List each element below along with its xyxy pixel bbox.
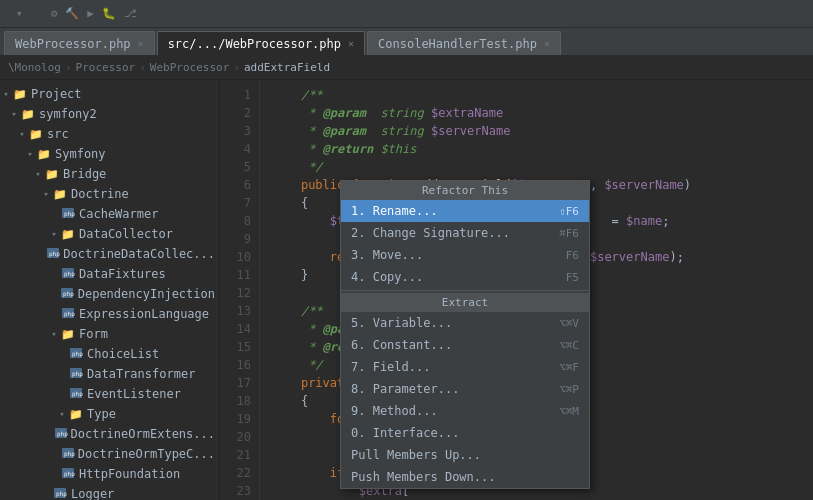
- tree-arrow-icon[interactable]: ▾: [16, 129, 28, 139]
- file-icon: php: [60, 266, 76, 283]
- tree-item-label: DoctrineOrmExtens...: [71, 427, 216, 441]
- tree-item[interactable]: ▾📁Bridge: [0, 164, 219, 184]
- breadcrumb-item[interactable]: Processor: [76, 61, 136, 74]
- tree-item-label: DataCollector: [79, 227, 173, 241]
- title-bar: ▾ ⚙ 🔨 ▶ 🐛 ⎇: [0, 0, 813, 28]
- breadcrumb-item[interactable]: \Monolog: [8, 61, 61, 74]
- tab-close-icon[interactable]: ✕: [544, 38, 550, 49]
- tab-label: WebProcessor.php: [15, 37, 131, 51]
- tree-item[interactable]: phpCacheWarmer: [0, 204, 219, 224]
- file-icon: php: [60, 206, 76, 223]
- folder-icon: 📁: [12, 88, 28, 101]
- menu-item-label: 7. Field...: [351, 360, 430, 374]
- breadcrumb-separator: ›: [139, 61, 146, 74]
- menu-divider: [341, 290, 589, 291]
- tab-label: src/.../WebProcessor.php: [168, 37, 341, 51]
- menu-item-constant[interactable]: 6. Constant...⌥⌘C: [341, 334, 589, 356]
- breadcrumb: \Monolog›Processor›WebProcessor›addExtra…: [0, 56, 813, 80]
- folder-icon: 📁: [28, 128, 44, 141]
- tab-close-icon[interactable]: ✕: [348, 38, 354, 49]
- file-icon: php: [46, 246, 60, 263]
- tree-item[interactable]: phpDoctrineOrmExtens...: [0, 424, 219, 444]
- menu-item-interface[interactable]: 0. Interface...: [341, 422, 589, 444]
- menu-item-change_sig[interactable]: 2. Change Signature...⌘F6: [341, 222, 589, 244]
- tree-item[interactable]: phpDoctrineDataCollec...: [0, 244, 219, 264]
- menu-item-field[interactable]: 7. Field...⌥⌘F: [341, 356, 589, 378]
- settings-icon[interactable]: ⚙: [49, 5, 60, 22]
- tree-arrow-icon[interactable]: ▾: [56, 409, 68, 419]
- tree-item[interactable]: ▾📁Doctrine: [0, 184, 219, 204]
- tree-item[interactable]: ▾📁src: [0, 124, 219, 144]
- menu-item-shortcut: ⌥⌘C: [559, 339, 579, 352]
- tree-arrow-icon[interactable]: ▾: [24, 149, 36, 159]
- tree-item[interactable]: ▾📁symfony2: [0, 104, 219, 124]
- debug-icon[interactable]: 🐛: [100, 5, 118, 22]
- file-icon: php: [54, 426, 68, 443]
- tree-item-label: Logger: [71, 487, 114, 500]
- folder-icon: 📁: [60, 328, 76, 341]
- tree-item[interactable]: phpDataFixtures: [0, 264, 219, 284]
- menu-item-parameter[interactable]: 8. Parameter...⌥⌘P: [341, 378, 589, 400]
- tree-item[interactable]: ▾📁Type: [0, 404, 219, 424]
- file-icon: php: [68, 346, 84, 363]
- menu-item-shortcut: ⌥⌘V: [559, 317, 579, 330]
- menu-item-method[interactable]: 9. Method...⌥⌘M: [341, 400, 589, 422]
- menu-item-rename[interactable]: 1. Rename...⇧F6: [341, 200, 589, 222]
- file-icon: php: [52, 486, 68, 501]
- tree-item[interactable]: phpDataTransformer: [0, 364, 219, 384]
- folder-icon: 📁: [36, 148, 52, 161]
- file-icon: php: [59, 286, 75, 303]
- extract-section-header: Extract: [341, 293, 589, 312]
- svg-text:php: php: [57, 430, 68, 438]
- tree-arrow-icon[interactable]: ▾: [32, 169, 44, 179]
- folder-icon: 📁: [52, 188, 68, 201]
- tree-item[interactable]: ▾📁Symfony: [0, 144, 219, 164]
- tree-item[interactable]: phpDependencyInjection: [0, 284, 219, 304]
- tree-item[interactable]: ▾📁Form: [0, 324, 219, 344]
- svg-text:php: php: [72, 370, 83, 378]
- tree-arrow-icon[interactable]: ▾: [48, 229, 60, 239]
- file-tree[interactable]: ▾📁Project▾📁symfony2▾📁src▾📁Symfony▾📁Bridg…: [0, 80, 220, 500]
- code-editor[interactable]: 1234567891011121314151617181920212223242…: [220, 80, 813, 500]
- menu-item-pull_up[interactable]: Pull Members Up...: [341, 444, 589, 466]
- menu-item-label: 4. Copy...: [351, 270, 423, 284]
- tree-arrow-icon[interactable]: ▾: [8, 109, 20, 119]
- menu-item-variable[interactable]: 5. Variable...⌥⌘V: [341, 312, 589, 334]
- menu-item-copy[interactable]: 4. Copy...F5: [341, 266, 589, 288]
- run-icon[interactable]: ▶: [85, 5, 96, 22]
- tree-item-label: DependencyInjection: [78, 287, 215, 301]
- build-icon[interactable]: 🔨: [63, 5, 81, 22]
- tree-item-label: CacheWarmer: [79, 207, 158, 221]
- toolbar-icons: ⚙ 🔨 ▶ 🐛 ⎇: [49, 5, 139, 22]
- git-icon[interactable]: ⎇: [122, 5, 139, 22]
- tree-arrow-icon[interactable]: ▾: [48, 329, 60, 339]
- tree-item-label: src: [47, 127, 69, 141]
- tree-item[interactable]: phpChoiceList: [0, 344, 219, 364]
- tab-tab2[interactable]: src/.../WebProcessor.php✕: [157, 31, 365, 55]
- main-layout: ▾📁Project▾📁symfony2▾📁src▾📁Symfony▾📁Bridg…: [0, 80, 813, 500]
- tree-arrow-icon[interactable]: ▾: [40, 189, 52, 199]
- tab-tab1[interactable]: WebProcessor.php✕: [4, 31, 155, 55]
- tree-item[interactable]: phpDoctrineOrmTypeC...: [0, 444, 219, 464]
- chevron-down-icon[interactable]: ▾: [14, 5, 25, 22]
- menu-item-shortcut: ⇧F6: [559, 205, 579, 218]
- tab-tab3[interactable]: ConsoleHandlerTest.php✕: [367, 31, 561, 55]
- tree-item-label: Type: [87, 407, 116, 421]
- svg-text:php: php: [64, 210, 75, 218]
- breadcrumb-item[interactable]: WebProcessor: [150, 61, 229, 74]
- menu-item-move[interactable]: 3. Move...F6: [341, 244, 589, 266]
- tree-item-label: DataTransformer: [87, 367, 195, 381]
- menu-item-push_down[interactable]: Push Members Down...: [341, 466, 589, 488]
- tree-item[interactable]: ▾📁DataCollector: [0, 224, 219, 244]
- folder-icon: 📁: [60, 228, 76, 241]
- tree-item[interactable]: phpLogger: [0, 484, 219, 500]
- tree-item[interactable]: phpExpressionLanguage: [0, 304, 219, 324]
- svg-text:php: php: [64, 270, 75, 278]
- menu-item-label: 3. Move...: [351, 248, 423, 262]
- context-menu[interactable]: Refactor This1. Rename...⇧F62. Change Si…: [340, 180, 590, 489]
- tree-item[interactable]: ▾📁Project: [0, 84, 219, 104]
- tree-item[interactable]: phpEventListener: [0, 384, 219, 404]
- tree-item[interactable]: phpHttpFoundation: [0, 464, 219, 484]
- tree-arrow-icon[interactable]: ▾: [0, 89, 12, 99]
- tab-close-icon[interactable]: ✕: [138, 38, 144, 49]
